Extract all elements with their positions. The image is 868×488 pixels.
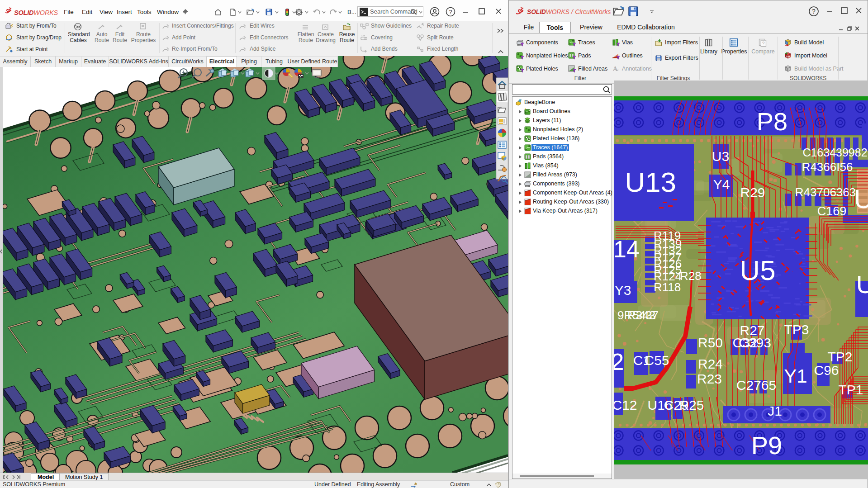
svg-text:P8: P8: [757, 107, 788, 136]
svg-text:?: ?: [762, 41, 765, 46]
svg-text:C12: C12: [614, 398, 637, 412]
svg-text:?: ?: [449, 9, 452, 15]
svg-text:2: 2: [614, 349, 624, 375]
svg-text:TP1: TP1: [838, 382, 863, 397]
svg-text:TP3: TP3: [784, 322, 809, 337]
svg-text:C55: C55: [644, 353, 669, 368]
svg-text:!: !: [415, 483, 416, 485]
svg-text:R23: R23: [697, 371, 722, 386]
svg-text:R50: R50: [698, 335, 723, 350]
svg-text:TP2: TP2: [827, 349, 852, 364]
svg-text:Y3: Y3: [615, 283, 631, 298]
svg-text:R43706363: R43706363: [795, 185, 856, 199]
svg-text:J1: J1: [768, 403, 782, 418]
svg-text:Y1: Y1: [784, 365, 807, 387]
svg-text:R24: R24: [698, 356, 723, 371]
svg-text:R28: R28: [680, 269, 702, 283]
svg-text:?: ?: [812, 8, 816, 15]
svg-text:C2765: C2765: [736, 378, 776, 393]
svg-text:U: U: [856, 270, 868, 298]
svg-text:R27: R27: [740, 323, 764, 338]
svg-text:U13: U13: [625, 166, 676, 198]
svg-text:U: U: [854, 184, 868, 213]
svg-text:R343: R343: [627, 308, 655, 322]
svg-text:C169: C169: [817, 204, 847, 218]
svg-text:Y4: Y4: [713, 177, 730, 192]
svg-text:P9: P9: [751, 431, 783, 460]
svg-text:14: 14: [614, 236, 640, 262]
svg-text:U5: U5: [740, 255, 775, 286]
svg-text:R4366I56: R4366I56: [802, 160, 853, 174]
svg-text:C163439982: C163439982: [802, 146, 867, 159]
svg-text:U3: U3: [712, 149, 729, 164]
svg-text:SW: SW: [786, 55, 791, 58]
svg-text:R118: R118: [654, 280, 681, 294]
svg-text:R29: R29: [740, 185, 765, 200]
svg-text:R25: R25: [679, 398, 704, 412]
svg-text:A: A: [613, 66, 618, 72]
svg-text:C96: C96: [814, 363, 839, 378]
